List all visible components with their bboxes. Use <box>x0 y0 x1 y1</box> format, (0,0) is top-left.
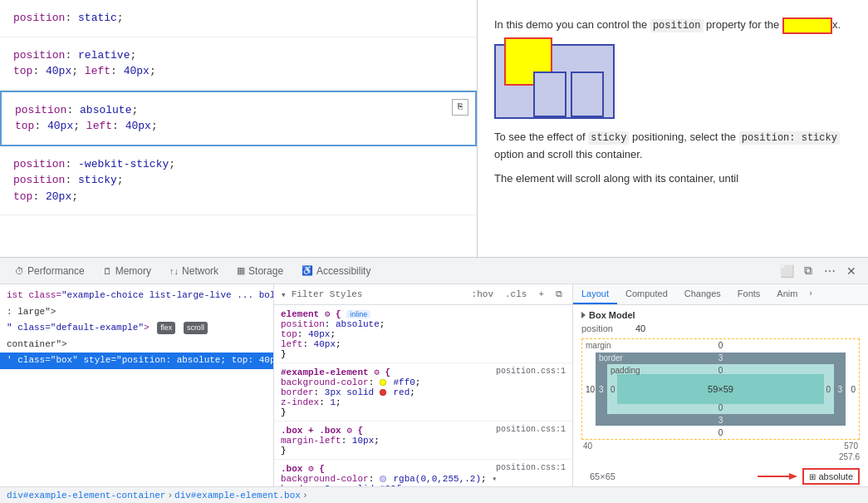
bottom-offset: 570 <box>844 441 858 451</box>
code-block-relative[interactable]: position: relative; top: 40px; left: 40p… <box>0 37 477 91</box>
html-line: " class="default-example"> flex scroll <box>0 320 273 337</box>
position-row: position 40 <box>573 322 868 335</box>
tab-performance-label: Performance <box>27 265 85 277</box>
code-block-static[interactable]: position: static; <box>0 0 477 37</box>
code-panel: position: static; position: relative; to… <box>0 0 478 257</box>
bottom-panels: ist class="example-choice list-large-liv… <box>0 284 868 486</box>
filter-icon: ▾ <box>281 289 287 300</box>
content-size: 59×59 <box>708 384 733 394</box>
html-line-selected[interactable]: ' class="box" style="position: absolute;… <box>0 353 273 369</box>
box-outer <box>494 44 615 119</box>
tab-storage-label: Storage <box>248 265 283 277</box>
box-model-diagram: margin 0 0 10 0 border 3 3 3 3 paddi <box>581 338 860 461</box>
top-section: position: static; position: relative; to… <box>0 0 868 258</box>
accessibility-icon: ♿ <box>302 265 313 276</box>
border-left: 3 <box>599 385 604 394</box>
absolute-badge[interactable]: ⊞ absolute <box>802 468 860 485</box>
box-demo <box>494 44 851 119</box>
tab-fonts[interactable]: Fonts <box>729 284 769 304</box>
performance-icon: ⏱ <box>15 266 24 276</box>
triangle-icon <box>581 312 586 318</box>
breadcrumb-link-container[interactable]: div#example-element-container <box>7 491 165 501</box>
margin-bottom: 0 <box>718 428 723 437</box>
demo-text-1: In this demo you can control the positio… <box>494 17 851 34</box>
memory-icon: 🗒 <box>103 266 112 276</box>
color-dot-yellow[interactable] <box>380 379 386 386</box>
size-absolute-row: 65×65 ⊞ absolute <box>573 465 868 486</box>
element-size: 65×65 <box>581 468 624 485</box>
border-top: 3 <box>718 353 723 362</box>
html-line: container"> <box>0 337 273 353</box>
tab-network[interactable]: ↑↓ Network <box>161 262 227 280</box>
code-block-sticky[interactable]: position: -webkit-sticky; position: stic… <box>0 146 477 216</box>
tab-network-label: Network <box>182 265 218 277</box>
border-bottom: 3 <box>718 416 723 425</box>
top-offset: 40 <box>583 441 592 451</box>
margin-left-val: 10 <box>586 385 595 394</box>
demo-text-2: To see the effect of sticky positioning,… <box>494 129 851 164</box>
cls-button[interactable]: .cls <box>502 288 530 301</box>
breadcrumb-link-element[interactable]: div#example-element.box <box>174 491 301 501</box>
devtools-toolbar: ⏱ Performance 🗒 Memory ↑↓ Network ▦ Stor… <box>0 258 868 284</box>
storage-icon: ▦ <box>237 265 245 276</box>
boxmodel-panel: Layout Computed Changes Fonts Anim › Box… <box>573 284 868 486</box>
arrow-to-badge <box>756 471 797 481</box>
hov-button[interactable]: :hov <box>468 288 497 301</box>
box-inner-left <box>533 72 566 117</box>
absolute-label: absolute <box>818 471 853 481</box>
tabs-overflow: › <box>806 284 815 304</box>
box-inner-right <box>571 72 604 117</box>
color-dot-blue[interactable] <box>380 476 386 482</box>
code-prop: position <box>13 12 65 24</box>
box-model-title: Box Model <box>573 305 868 322</box>
padding-bottom: 0 <box>718 403 723 412</box>
breadcrumb-arrow: › <box>302 491 308 501</box>
code-block-absolute[interactable]: position: absolute; top: 40px; left: 40p… <box>0 91 477 146</box>
undock-button[interactable]: ⧉ <box>798 261 818 281</box>
tab-computed[interactable]: Computed <box>617 284 676 304</box>
more-styles-button[interactable]: ⧉ <box>552 288 566 301</box>
breadcrumb-separator-1: › <box>167 491 173 501</box>
html-line: ist class="example-choice list-large-liv… <box>0 288 273 304</box>
padding-right: 0 <box>826 385 831 394</box>
margin-right-val: 0 <box>851 385 856 394</box>
demo-text-3: The element will scroll along with its c… <box>494 170 851 188</box>
content-box: 59×59 <box>617 374 824 404</box>
network-icon: ↑↓ <box>169 266 179 276</box>
tab-accessibility-label: Accessibility <box>316 265 370 277</box>
styles-toolbar: ▾ Filter Styles :hov .cls + ⧉ <box>274 284 572 305</box>
color-dot-red[interactable] <box>380 389 386 396</box>
svg-marker-1 <box>789 473 797 480</box>
right-offset: 257.6 <box>839 452 860 461</box>
style-rule-box: .box ⚙ { position.css:1 background-color… <box>274 460 572 486</box>
breadcrumb-bar: div#example-element-container › div#exam… <box>0 486 868 503</box>
tab-storage[interactable]: ▦ Storage <box>228 262 292 280</box>
margin-top: 0 <box>718 341 723 350</box>
tab-memory-label: Memory <box>115 265 151 277</box>
styles-panel: ▾ Filter Styles :hov .cls + ⧉ element ⚙ … <box>274 284 573 486</box>
html-line: : large"> <box>0 304 273 321</box>
tab-accessibility[interactable]: ♿ Accessibility <box>293 262 379 280</box>
bm-tabs: Layout Computed Changes Fonts Anim › <box>573 284 868 305</box>
tab-changes[interactable]: Changes <box>676 284 729 304</box>
bottom-wrapper: ist class="example-choice list-large-liv… <box>0 284 868 503</box>
add-style-button[interactable]: + <box>535 288 547 301</box>
copy-icon[interactable]: ⎘ <box>452 99 468 116</box>
style-rule-element: element ⚙ { inline position: absolute; t… <box>274 305 572 363</box>
border-right: 3 <box>837 385 842 394</box>
dock-button[interactable]: ⬜ <box>777 261 797 281</box>
more-button[interactable]: ⋯ <box>820 261 840 281</box>
close-button[interactable]: ✕ <box>841 261 861 281</box>
padding-top: 0 <box>718 366 723 375</box>
style-rule-example-element: #example-element ⚙ { position.css:1 back… <box>274 363 572 422</box>
padding-left: 0 <box>611 385 615 394</box>
tab-layout[interactable]: Layout <box>573 284 617 304</box>
demo-panel: In this demo you can control the positio… <box>478 0 868 257</box>
style-rule-box-plus-box: .box + .box ⚙ { position.css:1 margin-le… <box>274 422 572 460</box>
html-panel: ist class="example-choice list-large-liv… <box>0 284 274 486</box>
position-icon: ⊞ <box>809 472 816 481</box>
tab-performance[interactable]: ⏱ Performance <box>7 262 93 280</box>
tab-anim[interactable]: Anim <box>768 284 806 304</box>
arrow-svg <box>756 471 797 481</box>
tab-memory[interactable]: 🗒 Memory <box>95 262 159 280</box>
